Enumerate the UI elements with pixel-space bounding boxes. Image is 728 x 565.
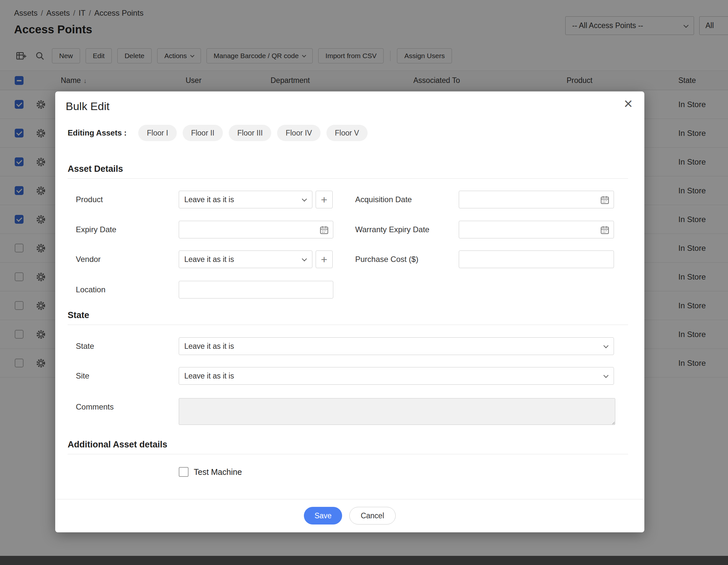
modal-title: Bulk Edit (66, 100, 109, 113)
section-divider (68, 454, 628, 454)
modal-footer: Save Cancel (55, 507, 644, 524)
section-divider (68, 178, 628, 179)
vendor-label: Vendor (76, 251, 101, 268)
chevron-down-icon (604, 373, 609, 378)
warranty-expiry-date-field[interactable] (459, 221, 614, 239)
editing-assets-row: Editing Assets : Floor I Floor II Floor … (68, 125, 373, 141)
vendor-select-value: Leave it as it is (184, 255, 234, 264)
add-product-button[interactable]: + (316, 191, 333, 208)
product-select-value: Leave it as it is (184, 195, 234, 204)
asset-chip: Floor III (229, 125, 271, 141)
expiry-date-input[interactable] (179, 221, 333, 238)
cancel-button[interactable]: Cancel (349, 507, 396, 524)
comments-label: Comments (76, 398, 114, 416)
save-button[interactable]: Save (304, 507, 342, 524)
acquisition-date-input[interactable] (459, 191, 614, 208)
chevron-down-icon (302, 257, 307, 262)
plus-icon: + (321, 253, 327, 266)
state-select-value: Leave it as it is (184, 342, 234, 351)
bulk-edit-modal: Bulk Edit × Editing Assets : Floor I Flo… (55, 91, 644, 532)
warranty-expiry-date-input[interactable] (459, 221, 614, 238)
purchase-cost-input[interactable] (459, 251, 614, 268)
asset-chip: Floor I (138, 125, 176, 141)
test-machine-label: Test Machine (194, 467, 242, 477)
site-select-value: Leave it as it is (184, 372, 234, 380)
site-label: Site (76, 367, 89, 385)
warranty-expiry-date-label: Warranty Expiry Date (355, 221, 429, 239)
calendar-icon[interactable] (319, 225, 329, 236)
state-label: State (76, 337, 94, 355)
calendar-icon[interactable] (600, 225, 610, 236)
add-vendor-button[interactable]: + (316, 251, 333, 268)
purchase-cost-label: Purchase Cost ($) (355, 251, 418, 268)
state-select[interactable]: Leave it as it is (179, 337, 614, 355)
close-icon[interactable]: × (624, 96, 633, 111)
editing-assets-label: Editing Assets : (68, 128, 126, 138)
test-machine-checkbox[interactable] (179, 467, 189, 477)
section-additional-asset-details: Additional Asset details (68, 440, 167, 450)
chevron-down-icon (604, 343, 609, 348)
location-input[interactable] (179, 281, 333, 298)
asset-chip: Floor II (183, 125, 223, 141)
asset-chip: Floor V (326, 125, 368, 141)
calendar-icon[interactable] (600, 195, 610, 206)
section-divider (68, 324, 628, 325)
expiry-date-label: Expiry Date (76, 221, 116, 239)
chevron-down-icon (302, 197, 307, 202)
location-field[interactable] (179, 281, 333, 298)
vendor-select[interactable]: Leave it as it is (179, 251, 312, 268)
section-state: State (68, 310, 89, 320)
section-asset-details: Asset Details (68, 164, 123, 174)
footer-divider (55, 499, 644, 499)
product-select[interactable]: Leave it as it is (179, 191, 312, 208)
site-select[interactable]: Leave it as it is (179, 367, 614, 385)
purchase-cost-field[interactable] (459, 251, 614, 268)
product-label: Product (76, 191, 103, 208)
acquisition-date-field[interactable] (459, 191, 614, 208)
location-label: Location (76, 281, 106, 298)
expiry-date-field[interactable] (179, 221, 333, 239)
acquisition-date-label: Acquisition Date (355, 191, 412, 208)
asset-chip: Floor IV (277, 125, 321, 141)
plus-icon: + (321, 193, 327, 206)
comments-textarea[interactable] (179, 398, 615, 425)
